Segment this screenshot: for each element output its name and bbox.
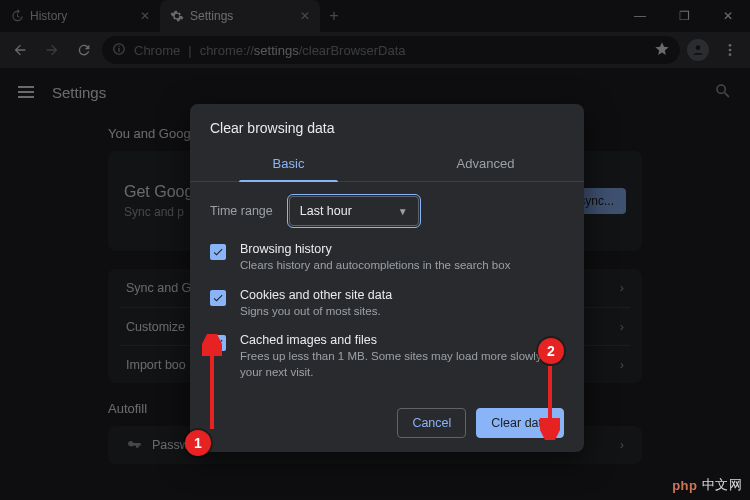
clear-browsing-data-dialog: Clear browsing data Basic Advanced Time … — [190, 104, 584, 452]
time-range-value: Last hour — [300, 204, 352, 218]
dialog-tabs: Basic Advanced — [190, 146, 584, 182]
checkbox-checked[interactable] — [210, 290, 226, 306]
time-range-row: Time range Last hour ▼ — [210, 196, 564, 226]
tab-advanced[interactable]: Advanced — [387, 146, 584, 181]
option-cached-images[interactable]: Cached images and files Frees up less th… — [210, 333, 564, 380]
cancel-button[interactable]: Cancel — [397, 408, 466, 438]
dialog-body: Time range Last hour ▼ Browsing history … — [190, 182, 584, 400]
option-desc: Signs you out of most sites. — [240, 304, 392, 320]
option-desc: Frees up less than 1 MB. Some sites may … — [240, 349, 564, 380]
watermark-text: 中文网 — [702, 476, 743, 494]
option-desc: Clears history and autocompletions in th… — [240, 258, 510, 274]
tab-basic[interactable]: Basic — [190, 146, 387, 181]
time-range-label: Time range — [210, 204, 273, 218]
annotation-arrow-1 — [202, 334, 222, 434]
chevron-down-icon: ▼ — [398, 206, 408, 217]
option-browsing-history[interactable]: Browsing history Clears history and auto… — [210, 242, 564, 274]
annotation-marker-1: 1 — [185, 430, 211, 456]
option-title: Browsing history — [240, 242, 510, 256]
annotation-marker-2: 2 — [538, 338, 564, 364]
option-title: Cookies and other site data — [240, 288, 392, 302]
watermark: php 中文网 — [672, 476, 742, 494]
dialog-actions: Cancel Clear data — [190, 400, 584, 438]
watermark-brand: php — [672, 478, 697, 493]
option-title: Cached images and files — [240, 333, 564, 347]
dialog-title: Clear browsing data — [190, 104, 584, 146]
annotation-arrow-2 — [540, 362, 560, 440]
time-range-select[interactable]: Last hour ▼ — [289, 196, 419, 226]
option-cookies[interactable]: Cookies and other site data Signs you ou… — [210, 288, 564, 320]
checkbox-checked[interactable] — [210, 244, 226, 260]
